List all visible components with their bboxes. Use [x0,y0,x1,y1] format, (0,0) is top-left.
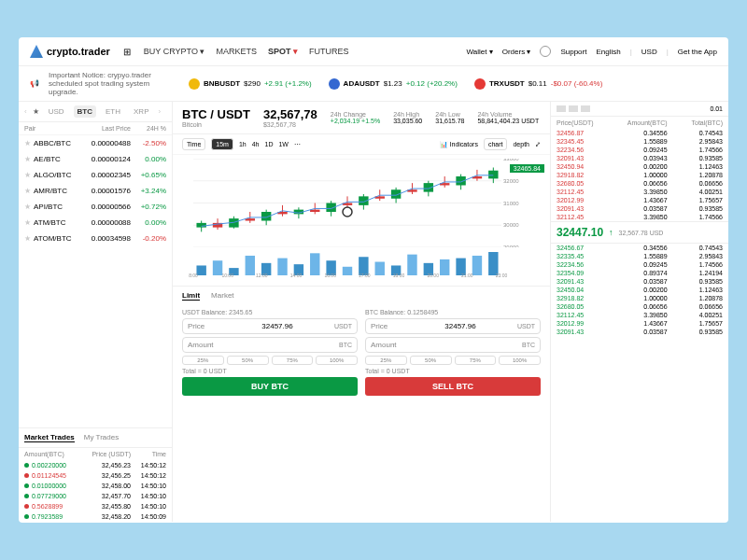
ask-row[interactable]: 32112.453.398504.00251 [551,188,728,196]
ask-row[interactable]: 32112.453.398501.74566 [551,213,728,221]
buy-amount-input[interactable]: AmountBTC [182,337,358,353]
col-pair[interactable]: Pair [24,125,78,132]
pair-row[interactable]: ★AMR/BTC0.00001576+3.24% [19,183,172,199]
grid-icon[interactable]: ⊞ [123,47,131,57]
ask-row[interactable]: 32918.821.000001.20878 [551,171,728,179]
interval-1h[interactable]: 1h [239,141,247,147]
interval-15m[interactable]: 15m [211,138,233,150]
ticker-item[interactable]: TRXUSDT $0.11 -$0.07 (-60.4%) [474,78,602,90]
pair-row[interactable]: ★API/BTC0.00000566+0.72% [19,199,172,215]
bid-row[interactable]: 32680.050.066560.06656 [551,302,728,311]
buy-amount-field[interactable] [220,341,339,349]
star-icon[interactable]: ★ [24,234,31,243]
nav-spot[interactable]: SPOT ▾ [268,47,298,56]
pair-row[interactable]: ★ATM/BTC0.000000880.00% [19,215,172,231]
pct-button[interactable]: 75% [455,356,497,365]
ask-row[interactable]: 32456.870.345560.74543 [551,129,728,137]
tab-market[interactable]: Market [211,291,233,301]
interval-4h[interactable]: 4h [252,141,260,147]
get-app-link[interactable]: Get the App [678,48,717,56]
sell-price-field[interactable] [403,322,517,330]
ticker-item[interactable]: ADAUSDT $1.23 +0.12 (+20.2%) [329,78,458,90]
pct-button[interactable]: 25% [365,356,407,365]
pair-row[interactable]: ★AE/BTC0.000001240.00% [19,151,172,167]
ask-row[interactable]: 32680.050.066560.06656 [551,179,728,188]
chart-area[interactable]: 32465.84 2900030000310003200033000 8:001… [173,155,550,286]
wallet-menu[interactable]: Wallet ▾ [467,48,493,56]
bid-row[interactable]: 32450.040.002001.12463 [551,286,728,294]
bid-row[interactable]: 32354.090.893741.24194 [551,269,728,277]
trade-row: 0.0112454532,456.2514:50:12 [19,470,172,481]
indicators-button[interactable]: 📊 Indicators [440,141,478,148]
bid-row[interactable]: 32335.451.558892.95843 [551,252,728,260]
pair-row[interactable]: ★ATOM/BTC0.00034598-0.20% [19,231,172,246]
bid-row[interactable]: 32112.453.398504.00251 [551,311,728,319]
pct-button[interactable]: 100% [316,356,358,365]
currency-select[interactable]: USD [641,48,657,56]
chevron-right-icon[interactable]: › [158,107,161,116]
tab-market-trades[interactable]: Market Trades [24,433,75,442]
mode-chart[interactable]: chart [484,138,508,150]
nav-buy-crypto[interactable]: BUY CRYPTO ▾ [144,47,205,56]
support-link[interactable]: Support [560,48,586,56]
bid-row[interactable]: 32918.821.000001.20878 [551,294,728,302]
ticker-strip: BNBUSDT $290 +2.91 (+1.2%)ADAUSDT $1.23 … [189,78,717,90]
pair-row[interactable]: ★ABBC/BTC0.00000488-2.50% [19,135,172,151]
star-icon[interactable]: ★ [24,155,31,163]
pct-button[interactable]: 100% [499,356,541,365]
tab-limit[interactable]: Limit [182,291,200,301]
precision-select[interactable]: 0.01 [710,105,723,112]
bid-row[interactable]: 32456.670.345560.74543 [551,244,728,252]
ask-row[interactable]: 32234.560.092451.74566 [551,146,728,154]
star-icon[interactable]: ★ [24,171,31,179]
interval-1d[interactable]: 1D [265,141,274,147]
tab-xrp[interactable]: XRP [130,105,152,118]
buy-price-field[interactable] [220,322,334,330]
language-select[interactable]: English [596,48,620,56]
buy-price-input[interactable]: PriceUSDT [182,318,358,334]
star-icon[interactable]: ★ [24,203,31,211]
ask-row[interactable]: 32012.991.436671.75657 [551,196,728,204]
sell-amount-input[interactable]: AmountBTC [365,337,541,353]
pair-row[interactable]: ★ALGO/BTC0.00002345+0.65% [19,167,172,183]
pct-button[interactable]: 50% [227,356,269,365]
ask-row[interactable]: 32450.940.002001.12463 [551,162,728,171]
tab-eth[interactable]: ETH [102,105,124,118]
col-change[interactable]: 24H % [131,125,166,132]
ticker-item[interactable]: BNBUSDT $290 +2.91 (+1.2%) [189,78,312,90]
sell-button[interactable]: SELL BTC [365,377,541,396]
tab-usd[interactable]: USD [45,105,68,118]
star-icon[interactable]: ★ [33,107,39,116]
orders-menu[interactable]: Orders ▾ [502,48,531,56]
ask-row[interactable]: 32091.430.039430.93585 [551,154,728,162]
mode-depth[interactable]: depth [513,141,529,147]
bid-row[interactable]: 32012.991.436671.75657 [551,319,728,328]
nav-futures[interactable]: FUTURES [309,47,349,56]
ask-row[interactable]: 32345.451.558892.95843 [551,137,728,146]
bid-row[interactable]: 32234.560.092451.74566 [551,260,728,269]
tab-my-trades[interactable]: My Trades [84,433,119,442]
expand-icon[interactable]: ⤢ [535,141,541,148]
bid-row[interactable]: 32091.430.035870.93585 [551,328,728,336]
sell-price-input[interactable]: PriceUSDT [365,318,541,334]
pct-button[interactable]: 75% [272,356,314,365]
logo[interactable]: crypto.trader [30,45,110,58]
ask-row[interactable]: 32091.430.035870.93585 [551,204,728,213]
interval-1w[interactable]: 1W [278,141,289,147]
pct-button[interactable]: 25% [182,356,224,365]
chevron-left-icon[interactable]: ‹ [24,107,27,116]
svg-text:8:00: 8:00 [189,273,198,277]
bid-row[interactable]: 32091.430.035870.93585 [551,277,728,286]
more-icon[interactable]: ⋯ [294,141,301,148]
pct-button[interactable]: 50% [410,356,452,365]
sell-amount-field[interactable] [403,341,522,349]
tab-btc[interactable]: BTC [74,105,96,118]
orderbook-view-icons[interactable] [557,105,590,112]
col-price[interactable]: Last Price [78,125,131,132]
star-icon[interactable]: ★ [24,218,31,227]
star-icon[interactable]: ★ [24,139,31,147]
nav-markets[interactable]: MARKETS [216,47,257,56]
star-icon[interactable]: ★ [24,187,31,195]
buy-button[interactable]: BUY BTC [182,377,358,396]
user-icon[interactable] [540,46,551,57]
